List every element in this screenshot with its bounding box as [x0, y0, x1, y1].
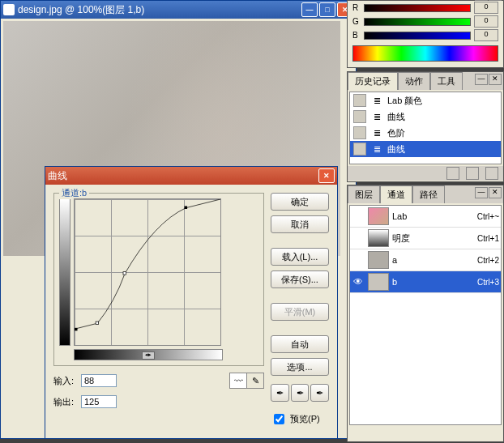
panel-close-icon[interactable]: ✕	[489, 74, 502, 85]
g-value[interactable]: 0	[474, 15, 498, 28]
channel-item[interactable]: 👁bCtrl+3	[350, 271, 501, 293]
history-list: ≣Lab 颜色≣曲线≣色阶≣曲线	[349, 92, 502, 164]
channels-panel: ―✕ 图层 通道 路径 LabCtrl+~明度Ctrl+1aCtrl+2👁bCt…	[347, 185, 504, 442]
tab-history[interactable]: 历史记录	[348, 72, 398, 90]
save-button[interactable]: 保存(S)...	[271, 270, 329, 288]
channel-shortcut: Ctrl+~	[477, 212, 499, 221]
white-dropper-icon[interactable]: ✒	[310, 384, 329, 402]
pencil-mode-icon[interactable]: ✎	[246, 373, 263, 388]
panel-min-icon[interactable]: ―	[475, 74, 488, 85]
history-item[interactable]: ≣Lab 颜色	[350, 92, 501, 109]
svg-rect-2	[123, 272, 126, 275]
channel-name: a	[392, 255, 474, 265]
visibility-icon[interactable]: 👁	[352, 275, 365, 288]
channel-thumb	[368, 229, 389, 247]
r-value[interactable]: 0	[474, 2, 498, 14]
load-button[interactable]: 载入(L)...	[271, 248, 329, 266]
channel-list: LabCtrl+~明度Ctrl+1aCtrl+2👁bCtrl+3	[349, 205, 502, 425]
svg-rect-1	[96, 322, 99, 325]
history-step-icon: ≣	[371, 127, 382, 138]
history-step-icon: ≣	[371, 143, 382, 155]
history-thumb	[353, 143, 366, 155]
document-title: design.jpg @ 100%(图层 1,b)	[18, 3, 301, 17]
channel-label: 通道:b	[59, 187, 89, 199]
cancel-button[interactable]: 取消	[271, 215, 329, 233]
history-thumb	[353, 110, 366, 123]
input-field[interactable]	[81, 374, 117, 387]
channel-item[interactable]: LabCtrl+~	[350, 206, 501, 228]
channel-fieldset: 通道:b ◂▸	[53, 193, 264, 366]
history-step-icon: ≣	[371, 111, 382, 122]
preview-checkbox[interactable]: 预览(P)	[271, 411, 329, 427]
curve-mode-icon[interactable]: 〰	[230, 373, 246, 388]
channel-shortcut: Ctrl+2	[477, 256, 499, 265]
tab-channels[interactable]: 通道	[380, 185, 412, 203]
color-panel: ―✕ R0 G0 B0	[347, 0, 504, 68]
channel-shortcut: Ctrl+3	[477, 278, 499, 287]
channel-thumb	[368, 251, 389, 269]
history-label: 曲线	[387, 111, 405, 123]
color-spectrum[interactable]	[352, 45, 498, 62]
svg-rect-0	[75, 328, 78, 331]
channel-name: Lab	[392, 211, 474, 221]
gray-dropper-icon[interactable]: ✒	[291, 384, 310, 402]
curves-title: 曲线	[48, 169, 318, 183]
ok-button[interactable]: 确定	[271, 193, 329, 211]
output-label: 输出:	[53, 396, 78, 408]
snapshot-icon[interactable]	[446, 167, 459, 180]
app-icon	[3, 4, 15, 15]
tab-layers[interactable]: 图层	[348, 185, 380, 203]
visibility-icon[interactable]	[352, 210, 365, 223]
g-slider[interactable]	[364, 18, 471, 26]
smooth-button: 平滑(M)	[271, 303, 329, 321]
history-step-icon: ≣	[371, 95, 382, 106]
new-doc-icon[interactable]	[466, 167, 479, 180]
panel-min-icon[interactable]: ―	[475, 0, 488, 1]
channel-thumb	[368, 273, 389, 291]
maximize-button[interactable]: □	[319, 2, 335, 17]
visibility-icon[interactable]	[352, 232, 365, 245]
r-slider[interactable]	[364, 4, 471, 12]
channel-name: b	[392, 277, 474, 287]
curve-line[interactable]	[75, 199, 220, 345]
channel-shortcut: Ctrl+1	[477, 234, 499, 243]
options-button[interactable]: 选项...	[271, 358, 329, 376]
black-dropper-icon[interactable]: ✒	[271, 384, 289, 402]
history-thumb	[353, 126, 366, 139]
minimize-button[interactable]: ―	[301, 2, 318, 17]
svg-rect-3	[185, 206, 188, 209]
channel-item[interactable]: 明度Ctrl+1	[350, 228, 501, 249]
history-label: 色阶	[387, 127, 405, 139]
input-gradient: ◂▸	[74, 349, 223, 360]
channel-item[interactable]: aCtrl+2	[350, 249, 501, 271]
history-item[interactable]: ≣曲线	[350, 141, 501, 157]
b-label: B	[352, 31, 361, 40]
curves-grid[interactable]	[74, 198, 221, 346]
panel-min-icon[interactable]: ―	[475, 187, 488, 198]
panel-close-icon[interactable]: ✕	[489, 0, 502, 1]
output-field[interactable]	[81, 395, 117, 408]
g-label: G	[352, 17, 361, 26]
history-panel: ―✕ 历史记录 动作 工具 ≣Lab 颜色≣曲线≣色阶≣曲线	[347, 71, 504, 182]
tab-paths[interactable]: 路径	[412, 185, 445, 203]
gradient-handle[interactable]: ◂▸	[142, 351, 155, 360]
curves-dialog: 曲线 ✕ 通道:b	[45, 166, 338, 439]
visibility-icon[interactable]	[352, 253, 365, 266]
channel-name: 明度	[392, 232, 474, 245]
trash-icon[interactable]	[485, 167, 498, 180]
tab-tools[interactable]: 工具	[430, 72, 463, 90]
output-gradient	[59, 198, 70, 346]
curves-close-button[interactable]: ✕	[318, 168, 335, 183]
panel-close-icon[interactable]: ✕	[489, 187, 502, 198]
document-titlebar[interactable]: design.jpg @ 100%(图层 1,b) ― □ ✕	[1, 1, 356, 19]
tab-actions[interactable]: 动作	[398, 72, 430, 90]
history-item[interactable]: ≣曲线	[350, 109, 501, 125]
b-value[interactable]: 0	[474, 29, 498, 41]
r-label: R	[352, 3, 361, 12]
curves-titlebar[interactable]: 曲线 ✕	[45, 167, 337, 185]
auto-button[interactable]: 自动	[271, 335, 329, 353]
channel-thumb	[368, 207, 389, 225]
history-item[interactable]: ≣色阶	[350, 125, 501, 141]
history-label: Lab 颜色	[387, 95, 422, 107]
b-slider[interactable]	[364, 32, 471, 40]
